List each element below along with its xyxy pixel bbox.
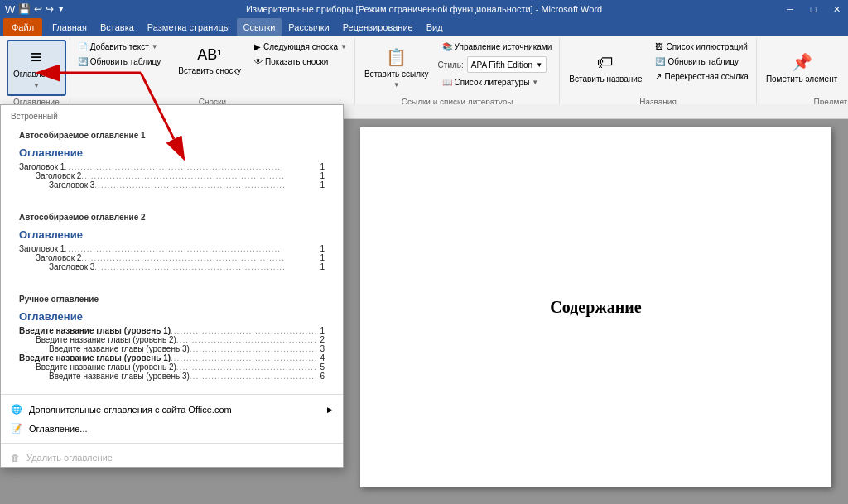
maximize-button[interactable]: □ (802, 0, 825, 18)
save-icon[interactable]: 💾 (18, 3, 31, 15)
bibliography-arrow: ▼ (532, 79, 538, 86)
toc-icon: ≡ (31, 47, 42, 67)
custom-toc-icon: 📝 (11, 423, 22, 434)
toc-manual-entry-6: Введите название главы (уровень 3) .....… (19, 372, 325, 381)
next-note-label: Следующая сноска (263, 42, 338, 51)
ribbon-group-captions: 🏷 Вставить название 🖼 Список иллюстраций… (560, 38, 757, 108)
insert-note-label: Вставить сноску (178, 66, 241, 75)
style-label: Стиль: (438, 60, 464, 70)
customize-icon[interactable]: ▼ (57, 5, 65, 13)
update-table-label: Обновить таблицу (90, 57, 161, 66)
toc-auto1-header: Автособираемое оглавление 1 (19, 131, 325, 143)
window-controls: ─ □ ✕ (778, 0, 848, 18)
insert-note-button[interactable]: AB¹ Вставить сноску (172, 40, 247, 81)
toc-manual-preview: Оглавление Введите название главы (урове… (19, 307, 325, 384)
undo-icon[interactable]: ↩ (34, 3, 42, 15)
toc-auto2-title: Оглавление (19, 228, 325, 241)
menu-view[interactable]: Вид (420, 18, 450, 36)
show-notes-button[interactable]: 👁 Показать сноски (250, 55, 351, 69)
mark-element-icon: 📌 (792, 52, 812, 72)
toc-dropdown-arrow: ▼ (33, 82, 40, 89)
illustrations-label: Список иллюстраций (666, 42, 747, 51)
menu-insert[interactable]: Вставка (94, 18, 141, 36)
toc-auto2-preview: Оглавление Заголовок 1 .................… (19, 225, 325, 275)
manage-sources-label: Управление источниками (455, 42, 552, 51)
update-table2-button[interactable]: 🔄 Обновить таблицу (651, 55, 752, 69)
captions-secondary: 🖼 Список иллюстраций 🔄 Обновить таблицу … (651, 40, 752, 84)
toc-label: Оглавление (13, 70, 60, 79)
toc-button[interactable]: ≡ Оглавление ▼ (7, 40, 66, 96)
minimize-button[interactable]: ─ (778, 0, 802, 18)
insert-caption-label: Вставить название (569, 74, 642, 84)
footnote-secondary-buttons: ▶ Следующая сноска ▼ 👁 Показать сноски (250, 40, 351, 69)
citation-secondary: 📚 Управление источниками Стиль: APA Fift… (438, 40, 556, 89)
add-text-arrow: ▼ (152, 43, 158, 50)
custom-toc-label: Оглавление... (29, 424, 88, 434)
redo-icon[interactable]: ↪ (46, 3, 54, 15)
menu-file[interactable]: Файл (3, 18, 42, 36)
toc-custom[interactable]: 📝 Оглавление... (1, 419, 343, 438)
toc-dropdown: Встроенный Автособираемое оглавление 1 О… (0, 104, 344, 468)
next-note-button[interactable]: ▶ Следующая сноска ▼ (250, 40, 351, 54)
insert-caption-button[interactable]: 🏷 Вставить название (563, 40, 648, 96)
remove-toc-icon: 🗑 (11, 453, 20, 463)
update-table-button[interactable]: 🔄 Обновить таблицу (74, 55, 166, 69)
menu-references[interactable]: Ссылки (237, 18, 282, 36)
update-table-icon: 🔄 (78, 57, 88, 66)
document-area: Содержание (344, 111, 848, 504)
menu-bar: Файл Главная Вставка Разметка страницы С… (0, 18, 848, 36)
style-selector[interactable]: APA Fifth Edition ▼ (467, 56, 547, 73)
ruler (344, 104, 848, 119)
menu-mailings[interactable]: Рассылки (282, 18, 335, 36)
toc-auto2-header: Автособираемое оглавление 2 (19, 213, 325, 225)
toc-manual-entry-4: Введите название главы (уровень 1) .....… (19, 353, 325, 362)
insert-citation-icon: 📋 (386, 47, 407, 67)
toc-entry-3: Заголовок 3 ............................… (19, 180, 325, 190)
menu-review[interactable]: Рецензирование (336, 18, 420, 36)
document-content-title: Содержание (550, 298, 641, 317)
mark-element-button[interactable]: 📌 Пометить элемент (760, 40, 843, 96)
next-note-icon: ▶ (254, 42, 261, 51)
toc-manual-entry-2: Введите название главы (уровень 2) .....… (19, 335, 325, 344)
footnote-buttons: 📄 Добавить текст ▼ 🔄 Обновить таблицу (74, 40, 166, 69)
toc-entry-2: Заголовок 2 ............................… (19, 171, 325, 180)
add-text-button[interactable]: 📄 Добавить текст ▼ (74, 40, 166, 54)
manage-sources-button[interactable]: 📚 Управление источниками (438, 40, 556, 54)
remove-toc-label: Удалить оглавление (26, 453, 113, 463)
illustrations-list-button[interactable]: 🖼 Список иллюстраций (651, 40, 752, 54)
toc-manual-title: Оглавление (19, 310, 325, 323)
toc-auto1-preview: Оглавление Заголовок 1 .................… (19, 143, 325, 193)
cross-ref-button[interactable]: ↗ Перекрестная ссылка (651, 70, 752, 84)
toc-divider2 (1, 443, 343, 444)
built-in-section-header: Встроенный (1, 105, 343, 124)
ribbon: ≡ Оглавление ▼ Оглавление 📄 Добавить тек… (0, 36, 848, 111)
manage-sources-icon: 📚 (442, 42, 452, 51)
toc-manual-entry-1: Введите название главы (уровень 1) .....… (19, 326, 325, 335)
bibliography-button[interactable]: 📖 Список литературы ▼ (438, 75, 556, 89)
toc-auto2-item[interactable]: Автособираемое оглавление 2 Оглавление З… (7, 208, 336, 280)
close-button[interactable]: ✕ (825, 0, 848, 18)
toc-remove: 🗑 Удалить оглавление (1, 449, 343, 467)
quick-access-toolbar: W 💾 ↩ ↪ ▼ (0, 3, 70, 16)
mark-element-label: Пометить элемент (766, 74, 837, 84)
toc-divider1 (1, 394, 343, 395)
toc-manual-item[interactable]: Ручное оглавление Оглавление Введите наз… (7, 290, 336, 389)
toc-auto1-item[interactable]: Автособираемое оглавление 1 Оглавление З… (7, 126, 336, 198)
update-table2-label: Обновить таблицу (667, 57, 739, 66)
globe-icon: 🌐 (11, 404, 22, 415)
style-dropdown-arrow: ▼ (536, 61, 542, 69)
cross-ref-icon: ↗ (655, 72, 662, 81)
title-bar: W 💾 ↩ ↪ ▼ Измерительные приборы [Режим о… (0, 0, 848, 18)
menu-home[interactable]: Главная (46, 18, 94, 36)
bibliography-label: Список литературы (455, 78, 530, 87)
ribbon-group-footnotes: 📄 Добавить текст ▼ 🔄 Обновить таблицу AB… (70, 38, 355, 108)
insert-citation-button[interactable]: 📋 Вставить ссылку ▼ (359, 40, 435, 96)
toc-manual-entry-5: Введите название главы (уровень 2) .....… (19, 362, 325, 372)
illustrations-icon: 🖼 (655, 42, 663, 51)
word-icon: W (5, 3, 15, 16)
toc-auto1-title: Оглавление (19, 146, 325, 159)
next-note-arrow: ▼ (340, 43, 347, 50)
menu-layout[interactable]: Разметка страницы (141, 18, 237, 36)
ribbon-group-toc: ≡ Оглавление ▼ Оглавление (3, 38, 70, 108)
toc-more-online[interactable]: 🌐 Дополнительные оглавления с сайта Offi… (1, 400, 343, 419)
